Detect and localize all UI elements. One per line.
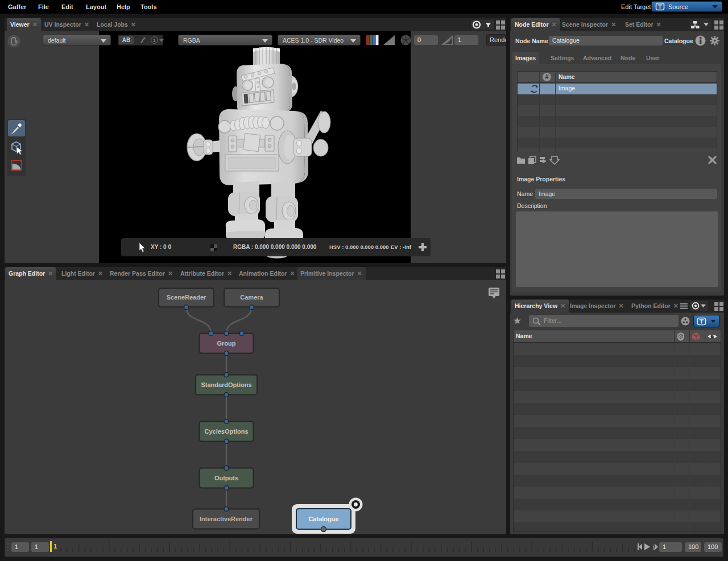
svg-text:Catalogue: Catalogue [308, 516, 338, 522]
svg-text:Camera: Camera [240, 294, 263, 301]
svg-text:CyclesOptions: CyclesOptions [204, 428, 248, 435]
svg-text:Outputs: Outputs [214, 475, 238, 481]
svg-text:InteractiveRender: InteractiveRender [200, 516, 253, 522]
svg-text:SceneReader: SceneReader [167, 294, 206, 301]
svg-text:StandardOptions: StandardOptions [201, 381, 251, 388]
svg-text:Group: Group [217, 340, 236, 347]
